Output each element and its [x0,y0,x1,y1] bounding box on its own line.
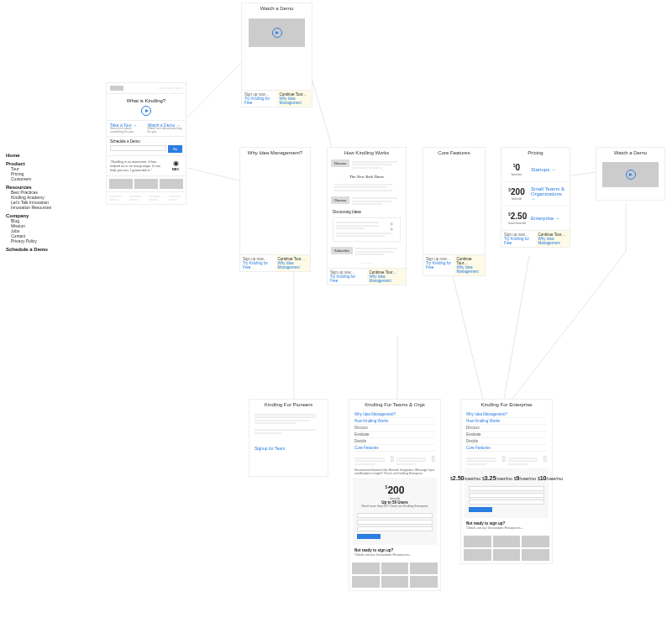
signup-team-link[interactable]: Signup for Team [255,446,285,451]
resource-thumbs [349,560,440,590]
item-evaluate: Evaluate [466,432,547,438]
nav-privacy[interactable]: Privacy Policy [11,238,86,243]
resource-thumbs [461,533,552,563]
page-core-features: Core Features Sign up now…Try Kindling f… [423,147,486,276]
teams-price: 200 [387,484,404,496]
page-enterprise: Kindling For Enterprise Why Idea Managem… [460,399,553,564]
enterprise-title: Kindling For Enterprise [461,400,552,410]
signup-input[interactable] [469,493,544,498]
page-teams-orgs: Kindling For Teams & Orgs Why Idea Manag… [349,399,441,591]
schedule-input[interactable] [110,145,166,151]
play-icon [626,170,636,180]
item-discuss: Discuss [466,425,547,432]
connector-lines [0,0,672,633]
try-free-link[interactable]: Try Kindling for Free [504,237,533,245]
nav-home[interactable]: Home [6,153,86,158]
nav-customers[interactable]: Customers [11,176,86,181]
home-heading: What is Kindling? [111,98,181,103]
how-title: How Kindling Works [328,148,406,158]
try-free-link[interactable]: Try Kindling for Free [426,261,452,269]
try-free-link[interactable]: Try Kindling for Free [330,275,365,283]
demo-top-footer: Sign up now…Try Kindling for Free Contin… [242,90,312,107]
play-icon[interactable] [141,106,151,116]
discuss-chip-2: Discuss [331,196,349,204]
demo-right-title: Watch a Demo [596,148,664,158]
signup-input[interactable] [357,520,433,525]
teams-price-note: Need more than 50? Check out Kindling En… [359,505,431,508]
signup-input[interactable] [357,513,433,518]
discuss-chip: Discuss [331,160,349,167]
why-title: Why Idea Management? [240,148,310,158]
go-button[interactable]: Go [168,145,182,153]
pioneers-title: Kindling For Pioneers [249,400,328,410]
try-free-link[interactable]: Try Kindling for Free [244,97,275,105]
testimonial-attr: NBC [169,167,182,171]
svg-line-7 [504,256,529,399]
page-pricing: Pricing $0forever Startups $200/month Sm… [501,147,570,248]
why-link[interactable]: Why Idea Management [457,265,483,274]
price-0: 0 [516,163,521,172]
play-icon [272,28,282,38]
svg-line-0 [187,63,241,118]
demo-top-title: Watch a Demo [242,3,312,13]
signup-input[interactable] [469,500,544,505]
schedule-label: Schedule a Demo [110,139,182,144]
not-ready-sub: Check out our Innovation Resources… [466,526,547,530]
why-link[interactable]: Why Idea Management [278,261,308,269]
press-logo: The New York Times [328,171,406,182]
signup-button[interactable] [469,507,492,512]
sitemap-nav: Home Product Tour Pricing Customers Reso… [6,149,86,252]
why-link[interactable]: Why Idea Management [370,275,404,283]
tier4-price: 10 [540,475,547,481]
signup-button[interactable] [357,534,381,539]
nav-schedule-demo[interactable]: Schedule a Demo [6,247,86,252]
svg-line-1 [187,168,239,180]
svg-line-2 [311,76,332,147]
item-decide: Decide [354,438,435,445]
price-200: 200 [511,187,525,196]
page-watch-demo-right: Watch a Demo [596,147,665,201]
link-how[interactable]: How Kindling Works [466,418,547,425]
watch-demo-sub: Watch text about watching for you. [148,128,183,134]
price-250: 2.50 [511,212,527,221]
tier1-price: 2.50 [453,475,465,481]
link-how[interactable]: How Kindling Works [354,418,435,425]
recommend-text: Recommend features like Remote Integrati… [354,468,435,475]
link-why[interactable]: Why Idea Management? [466,411,547,418]
page-home: What is Kindling? Take a Tour Some text … [106,82,186,205]
svg-line-6 [452,273,483,399]
signup-input[interactable] [469,486,544,491]
link-core[interactable]: Core Features [354,445,435,452]
startups-link[interactable]: Startups [531,167,566,172]
pricing-title: Pricing [501,148,570,158]
teams-title: Kindling For Teams & Orgs [349,400,440,410]
subscribe-chip: Subscribe [331,247,353,254]
link-core[interactable]: Core Features [466,445,547,452]
link-why[interactable]: Why Idea Management? [354,411,435,418]
why-link[interactable]: Why Idea Management [538,237,568,245]
item-discuss: Discuss [354,425,435,432]
enterprise-link[interactable]: Enterprise [531,216,566,221]
page-pioneers: Kindling For Pioneers Signup for Team [249,399,328,477]
item-evaluate: Evaluate [354,432,435,438]
signup-input[interactable] [357,526,433,531]
why-link[interactable]: Why Idea Management [280,97,310,105]
nav-innovation-resources[interactable]: Innovation Resources [11,205,86,210]
tier2-price: 3.25 [485,475,496,481]
item-decide: Decide [466,438,547,445]
page-why: Why Idea Management? Sign up now…Try Kin… [239,147,311,272]
page-how: How Kindling Works Discuss The New York … [327,147,407,285]
logo-placeholder [110,86,123,91]
page-watch-demo-top: Watch a Demo Sign up now…Try Kindling fo… [241,3,312,107]
not-ready-sub: Check out our Innovation Resources… [354,552,435,557]
core-title: Core Features [423,148,485,158]
svg-line-9 [512,252,626,399]
discussing-label: Discussing Ideas [328,208,406,216]
testimonial-quote: "Kindling is so awesome. It has helped u… [110,160,166,172]
try-free-link[interactable]: Try Kindling for Free [243,261,273,269]
demo-video-placeholder[interactable] [249,18,305,47]
take-tour-sub: Some text about something for you. [110,128,145,134]
demo-video-placeholder[interactable] [602,162,659,187]
teams-link[interactable]: Small Teams & Organizations [531,186,566,201]
